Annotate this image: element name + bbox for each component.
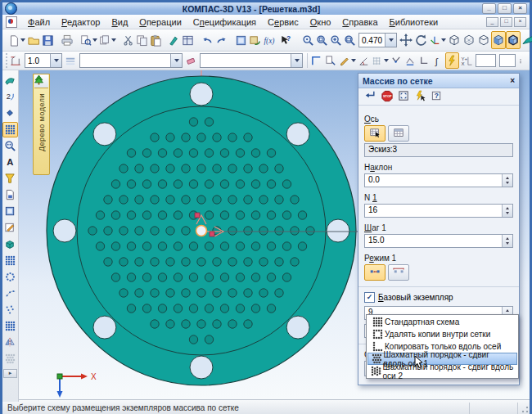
mode-extent-button[interactable] xyxy=(388,264,409,281)
base-instance-checkbox[interactable]: ✓ xyxy=(364,292,375,303)
grid-dots-icon[interactable] xyxy=(2,253,18,268)
circular-dots-icon[interactable] xyxy=(2,269,18,285)
filter-icon[interactable] xyxy=(2,171,18,187)
preview-icon[interactable] xyxy=(79,31,98,49)
orientation-icon[interactable] xyxy=(428,31,447,49)
zoom-inout-icon[interactable] xyxy=(329,31,343,49)
overflow-icon[interactable] xyxy=(517,52,528,69)
slope-spinner[interactable] xyxy=(502,174,512,187)
snap-v-icon[interactable] xyxy=(390,52,404,69)
spline2-icon[interactable]: 2 xyxy=(2,89,18,105)
point-icon[interactable] xyxy=(2,106,18,121)
scheme-option[interactable]: Удалять копии внутри сетки xyxy=(367,328,517,340)
print-icon[interactable] xyxy=(60,31,74,49)
rotate-icon[interactable] xyxy=(413,31,428,49)
panel-help-icon[interactable]: ? xyxy=(431,90,443,104)
resize-grip[interactable] xyxy=(518,403,530,414)
perspective-icon[interactable] xyxy=(521,31,532,49)
plane-icon[interactable] xyxy=(2,204,18,219)
model-tree-tab[interactable]: Дерево модели xyxy=(33,74,50,175)
eraser-icon[interactable] xyxy=(184,52,198,69)
panel-close-icon[interactable]: × xyxy=(510,76,515,85)
scheme-option[interactable]: Шахматный порядок - сдвиг вдоль оси 2 xyxy=(367,365,517,377)
pitch-grid-icon[interactable] xyxy=(9,52,23,69)
refresh-icon[interactable] xyxy=(248,31,262,49)
mirror-icon[interactable] xyxy=(2,335,18,350)
cube-shaded-icon[interactable] xyxy=(491,31,506,49)
empty-combo-combo[interactable] xyxy=(200,53,303,68)
copy-props-icon[interactable] xyxy=(324,52,338,69)
paste-icon[interactable] xyxy=(149,31,163,49)
sheet-icon[interactable] xyxy=(234,31,248,49)
surface-icon[interactable] xyxy=(2,73,18,88)
zoom-frame-icon[interactable] xyxy=(315,31,329,49)
layers-icon[interactable] xyxy=(64,52,78,69)
undo-icon[interactable] xyxy=(200,31,214,49)
menu-окно[interactable]: Окно xyxy=(304,16,337,28)
zoom-select-icon[interactable] xyxy=(301,31,315,49)
zoom-all-icon[interactable] xyxy=(343,31,357,49)
menu-редактор[interactable]: Редактор xyxy=(56,16,106,28)
zoom-dots-icon[interactable] xyxy=(2,138,18,154)
toolbar-field[interactable] xyxy=(499,54,516,67)
array-grid-icon[interactable] xyxy=(2,122,18,137)
tree-icon[interactable] xyxy=(34,74,48,88)
axis-grid-button-2[interactable] xyxy=(388,125,409,142)
slope-input[interactable]: 0.0 xyxy=(364,173,513,187)
grid-snap-icon[interactable] xyxy=(371,52,390,69)
zoom-value-combo[interactable]: 0.470 xyxy=(358,33,397,47)
ghost-pattern-icon[interactable] xyxy=(2,351,18,367)
corner-l-icon[interactable] xyxy=(417,52,431,69)
cut-icon[interactable] xyxy=(122,31,135,49)
menu-вид[interactable]: Вид xyxy=(106,16,133,28)
corner-plane-icon[interactable] xyxy=(310,52,324,69)
empty-combo-combo[interactable] xyxy=(79,53,183,68)
scatter-dots-icon[interactable] xyxy=(2,302,18,317)
model-tree-label[interactable]: Дерево модели xyxy=(38,93,46,151)
pan-icon[interactable] xyxy=(399,31,413,49)
menu-спецификация[interactable]: Спецификация xyxy=(187,16,262,28)
sketch-icon[interactable] xyxy=(2,220,18,236)
cube-wire2-icon[interactable] xyxy=(462,31,476,49)
menu-операции[interactable]: Операции xyxy=(133,16,187,28)
step-value-combo[interactable]: 1.0 xyxy=(25,53,62,68)
pencil-icon[interactable] xyxy=(338,52,357,69)
copy-icon[interactable] xyxy=(135,31,149,49)
doc-minimize-button[interactable]: _ xyxy=(486,17,498,27)
doc-small-icon[interactable] xyxy=(2,187,18,203)
angle-icon[interactable] xyxy=(357,52,371,69)
table-icon[interactable] xyxy=(181,31,195,49)
axis-object-field[interactable]: Эскиз:3 xyxy=(364,143,513,157)
text-a-icon[interactable]: A xyxy=(2,155,18,170)
n1-spinner[interactable] xyxy=(502,205,512,217)
restore-button[interactable]: □ xyxy=(498,3,512,14)
cube-shaded-edges-icon[interactable]: x="0 0 16 16"> xyxy=(506,31,521,49)
grid-plus-icon[interactable] xyxy=(2,318,18,334)
stop-icon[interactable]: STOP xyxy=(381,90,394,104)
interrupt-icon[interactable] xyxy=(414,90,426,104)
lightning-icon[interactable] xyxy=(445,52,459,69)
toolbar-field[interactable] xyxy=(476,54,496,67)
brush-icon[interactable] xyxy=(168,31,181,49)
cube-wire1-icon[interactable] xyxy=(447,31,462,49)
menu-сервис[interactable]: Сервис xyxy=(262,16,304,28)
expand-panel-icon[interactable] xyxy=(398,90,410,104)
mode-step-button[interactable] xyxy=(364,264,385,281)
axis-grid-button-1[interactable] xyxy=(364,125,385,142)
open-folder-icon[interactable] xyxy=(26,31,41,49)
scheme-option[interactable]: Стандартная схема xyxy=(367,316,517,328)
fx-icon[interactable]: f(x) xyxy=(262,31,278,49)
cube-wire3-icon[interactable] xyxy=(476,31,491,49)
save-icon[interactable] xyxy=(41,31,55,49)
new-doc-icon[interactable] xyxy=(7,31,26,49)
toolbar-expand-handle[interactable]: ▸ xyxy=(3,369,17,378)
close-button[interactable]: × xyxy=(513,3,527,14)
create-object-icon[interactable] xyxy=(363,90,376,103)
menu-файл[interactable]: Файл xyxy=(22,16,56,28)
integral-icon[interactable]: ∫ xyxy=(431,52,445,69)
help-pointer-icon[interactable]: ? xyxy=(278,31,293,49)
extrude-icon[interactable] xyxy=(2,236,18,252)
minimize-button[interactable]: _ xyxy=(482,3,496,14)
constraint-icon[interactable] xyxy=(404,52,417,69)
menu-библиотеки[interactable]: Библиотеки xyxy=(384,16,444,28)
